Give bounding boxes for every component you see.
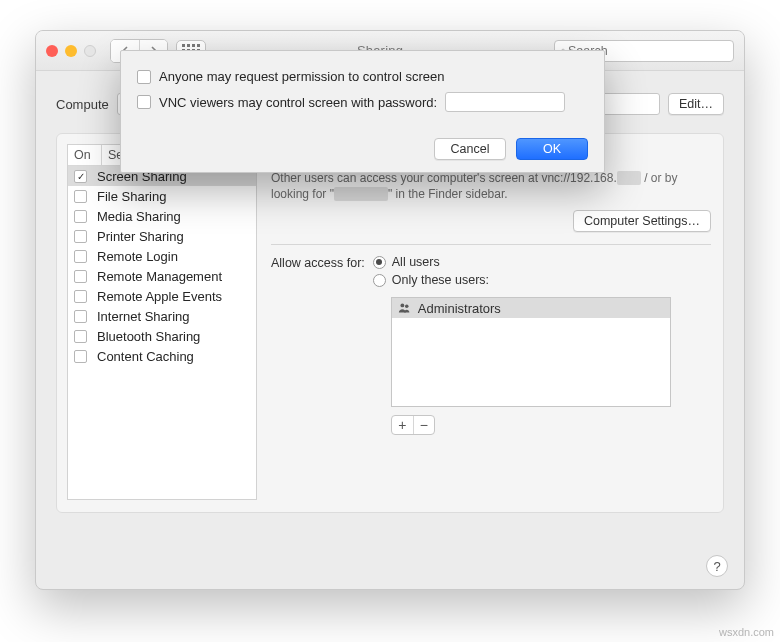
service-label: File Sharing [97, 189, 166, 204]
service-checkbox[interactable] [74, 230, 87, 243]
service-row[interactable]: Remote Login [68, 246, 256, 266]
service-label: Printer Sharing [97, 229, 184, 244]
service-label: Bluetooth Sharing [97, 329, 200, 344]
minimize-window-button[interactable] [65, 45, 77, 57]
cancel-button[interactable]: Cancel [434, 138, 506, 160]
service-checkbox[interactable] [74, 290, 87, 303]
status-description: Other users can access your computer's s… [271, 170, 711, 202]
service-row[interactable]: File Sharing [68, 186, 256, 206]
service-label: Remote Apple Events [97, 289, 222, 304]
zoom-window-button[interactable] [84, 45, 96, 57]
redacted-name: xxxxxxxxx [334, 187, 388, 201]
service-checkbox[interactable]: ✓ [74, 170, 87, 183]
svg-point-3 [405, 305, 409, 309]
radio-only-users[interactable] [373, 274, 386, 287]
svg-point-2 [400, 304, 404, 308]
service-checkbox[interactable] [74, 310, 87, 323]
add-user-button[interactable]: + [392, 416, 413, 434]
service-checkbox[interactable] [74, 210, 87, 223]
divider [271, 244, 711, 245]
users-list[interactable]: Administrators [391, 297, 671, 407]
service-row[interactable]: Printer Sharing [68, 226, 256, 246]
service-label: Content Caching [97, 349, 194, 364]
service-checkbox[interactable] [74, 330, 87, 343]
service-checkbox[interactable] [74, 190, 87, 203]
label-vnc-password: VNC viewers may control screen with pass… [159, 95, 437, 110]
user-row[interactable]: Administrators [392, 298, 670, 318]
user-row-label: Administrators [418, 301, 501, 316]
desc-text-1: Other users can access your computer's s… [271, 171, 617, 185]
service-checkbox[interactable] [74, 270, 87, 283]
service-detail: Screen Sharing: On Other users can acces… [271, 144, 711, 500]
service-row[interactable]: Internet Sharing [68, 306, 256, 326]
group-icon [398, 301, 412, 315]
split-panel: On Service ✓Screen SharingFile SharingMe… [56, 133, 724, 513]
service-label: Remote Login [97, 249, 178, 264]
checkbox-vnc-password[interactable] [137, 95, 151, 109]
service-row[interactable]: Content Caching [68, 346, 256, 366]
radio-all-users[interactable] [373, 256, 386, 269]
services-list: On Service ✓Screen SharingFile SharingMe… [67, 144, 257, 500]
computer-settings-button[interactable]: Computer Settings… [573, 210, 711, 232]
radio-all-label: All users [392, 255, 440, 269]
help-button[interactable]: ? [706, 555, 728, 577]
service-label: Remote Management [97, 269, 222, 284]
traffic-lights [46, 45, 96, 57]
help-icon: ? [713, 559, 720, 574]
service-row[interactable]: Remote Management [68, 266, 256, 286]
column-on: On [68, 145, 102, 165]
service-row[interactable]: Bluetooth Sharing [68, 326, 256, 346]
vnc-password-field[interactable] [445, 92, 565, 112]
watermark: wsxdn.com [719, 626, 774, 638]
radio-only-label: Only these users: [392, 273, 489, 287]
service-row[interactable]: Remote Apple Events [68, 286, 256, 306]
close-window-button[interactable] [46, 45, 58, 57]
services-body: ✓Screen SharingFile SharingMedia Sharing… [68, 166, 256, 499]
ok-button[interactable]: OK [516, 138, 588, 160]
service-checkbox[interactable] [74, 350, 87, 363]
add-remove-user: + − [391, 415, 435, 435]
edit-button[interactable]: Edit… [668, 93, 724, 115]
service-label: Media Sharing [97, 209, 181, 224]
service-checkbox[interactable] [74, 250, 87, 263]
computer-name-label: Compute [56, 97, 109, 112]
desc-text-3: " in the Finder sidebar. [388, 187, 508, 201]
computer-settings-sheet: Anyone may request permission to control… [120, 50, 605, 173]
access-row: Allow access for: All users Only these u… [271, 255, 711, 435]
service-row[interactable]: Media Sharing [68, 206, 256, 226]
access-label: Allow access for: [271, 255, 365, 270]
label-anyone-request: Anyone may request permission to control… [159, 69, 444, 84]
checkbox-anyone-request[interactable] [137, 70, 151, 84]
service-label: Internet Sharing [97, 309, 190, 324]
redacted-ip: xxxx [617, 171, 641, 185]
remove-user-button[interactable]: − [413, 416, 434, 434]
